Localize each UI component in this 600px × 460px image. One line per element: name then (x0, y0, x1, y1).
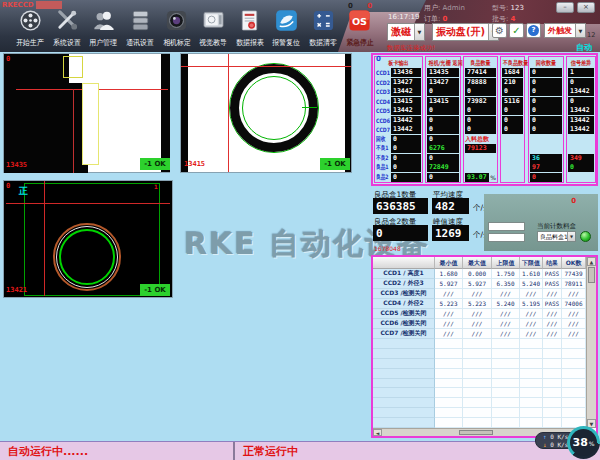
stats-value: 13427 (391, 78, 421, 87)
peak-speed-value: 1269 (432, 225, 469, 241)
stats-row: 0 (426, 173, 460, 183)
cam1-status-badge: -1 OK (140, 158, 170, 170)
stats-row: CCD513442 (375, 106, 422, 116)
result-cell: /// (562, 289, 586, 299)
cam1-roi-box (63, 56, 83, 78)
stats-column-header: 信号差异 (569, 57, 593, 68)
settings-mini-button[interactable]: ⚙ (492, 23, 507, 38)
stats-row: 13427 (426, 78, 460, 88)
toolbar-button-camera-calibration[interactable]: 相机标定 (158, 9, 195, 48)
toolbar-button-vision-teaching[interactable]: 视觉教导 (195, 9, 232, 48)
trigger-mode-value: 外触发 (545, 24, 575, 37)
stats-value: 13442 (391, 87, 421, 96)
stats-cell: 入料总数 (465, 135, 496, 145)
result-row[interactable]: CCD5 /检测关闭////////////////// (373, 309, 586, 319)
hscroll-thumb[interactable] (459, 430, 493, 435)
scroll-up-icon[interactable]: ▲ (587, 257, 596, 266)
tray-input-1[interactable] (488, 222, 525, 231)
tray-select-value: 良品料盒1 (538, 232, 567, 241)
result-name: CCD6 /检测关闭 (373, 319, 435, 329)
stats-cell: 6276 (427, 144, 459, 154)
result-cell (520, 339, 543, 349)
stats-cell: 0 (568, 163, 594, 173)
memory-percent-widget[interactable]: 38 % (567, 426, 600, 459)
avg-speed-value: 482 (432, 198, 469, 214)
result-cell (543, 398, 562, 408)
toolbar-button-comm-settings[interactable]: 通讯设置 (122, 9, 159, 48)
close-button[interactable]: × (577, 2, 595, 13)
scroll-left-icon[interactable]: ◄ (373, 429, 382, 436)
stats-row-label: 良品1 (376, 163, 388, 172)
toolbar-button-system-settings[interactable]: 系统设置 (49, 9, 86, 48)
stats-value: 13442 (568, 125, 594, 134)
result-row[interactable]: CCD2 / 外径35.9275.9276.3505.240PASS78911 (373, 279, 586, 289)
stats-cell: 0 (502, 87, 523, 97)
minimize-button[interactable]: – (556, 2, 574, 13)
stats-column-header: 良品数量 (466, 57, 494, 68)
cam1-dark-bar (161, 54, 170, 172)
excitation-button[interactable]: 激磁 ▼ (387, 23, 425, 41)
toolbar-button-label: 报警复位 (273, 38, 301, 48)
chevron-down-icon[interactable]: ▼ (567, 232, 575, 241)
toolbar-button-data-clear[interactable]: 数据清零 (305, 9, 342, 48)
result-row[interactable]: CCD7 /检测关闭////////////////// (373, 329, 586, 339)
stats-value: 93.07 (465, 173, 489, 182)
result-row[interactable]: CCD4 / 外径25.2235.2235.2405.195PASS74006 (373, 299, 586, 309)
serial-text: 1678048 (374, 245, 401, 252)
stats-row (567, 135, 595, 145)
result-cell: /// (520, 319, 543, 329)
result-cell (543, 388, 562, 398)
stats-row: 13442 (567, 125, 595, 135)
result-cell (492, 379, 520, 389)
toolbar-button-user-management[interactable]: 用户管理 (85, 9, 122, 48)
stats-cell: 0 (465, 87, 496, 97)
tray-select[interactable]: 良品料盒1 ▼ (537, 231, 576, 242)
result-row[interactable]: CCD1 / 高度11.6800.0001.7501.610PASS77439 (373, 269, 586, 279)
result-cell (543, 418, 562, 428)
result-cell (435, 379, 463, 389)
chevron-down-icon[interactable]: ▼ (575, 24, 585, 37)
result-name (373, 369, 435, 379)
vibration-plate-button[interactable]: 振动盘(开) ▼ (432, 23, 499, 41)
vscroll-thumb[interactable] (588, 267, 595, 283)
toolbar-button-emergency-stop[interactable]: OS 紧急停止 (341, 9, 378, 48)
result-cell (543, 379, 562, 389)
result-cell: 1.750 (492, 269, 520, 279)
stats-value: 13436 (391, 68, 421, 77)
help-mini-button[interactable]: ? (526, 23, 541, 38)
tray-input-2[interactable] (488, 233, 525, 242)
toolbar-button-alarm-reset[interactable]: 报警复位 (268, 9, 305, 48)
tray-active-indicator (580, 231, 591, 242)
stats-cell: 0 (391, 135, 421, 145)
cam3-aux-value: 1 (154, 183, 158, 190)
trigger-mode-select[interactable]: 外触发 ▼ (544, 23, 586, 38)
toolbar-button-start-production[interactable]: 开始生产 (12, 9, 49, 48)
stats-row (501, 163, 524, 173)
result-row[interactable]: CCD3 /检测关闭////////////////// (373, 289, 586, 299)
results-vscrollbar[interactable]: ▲ ▼ (586, 257, 596, 428)
stats-cell: 1684 (502, 68, 523, 78)
chevron-down-icon[interactable]: ▼ (414, 24, 424, 40)
stats-cell: 0 (427, 154, 459, 164)
result-row[interactable]: CCD6 /检测关闭////////////////// (373, 319, 586, 329)
result-cell: /// (520, 289, 543, 299)
stats-value: 0 (530, 116, 562, 125)
result-row-empty (373, 408, 586, 418)
result-row-empty (373, 339, 586, 349)
toolbar-button-data-report[interactable]: 数据报表 (232, 9, 269, 48)
stats-cell: 5116 (502, 97, 523, 107)
result-name (373, 359, 435, 369)
camera-view-2[interactable]: 13415 -1 OK (180, 53, 352, 173)
result-cell: 1.680 (435, 269, 463, 279)
toolbar-button-label: 数据报表 (236, 38, 264, 48)
stats-row: 0 (529, 106, 563, 116)
film-reel-icon (19, 9, 42, 36)
result-name (373, 349, 435, 359)
stats-cell: 0 (502, 116, 523, 126)
session-order: 订单: 0 (424, 14, 447, 24)
camera-view-3[interactable]: 0 正 1 13421 -1 OK (3, 180, 173, 298)
stats-value: 0 (427, 87, 459, 96)
cam2-inner-circle (242, 76, 306, 140)
confirm-mini-button[interactable]: ✓ (509, 23, 524, 38)
camera-view-1[interactable]: 0 13435 -1 OK (3, 53, 170, 173)
